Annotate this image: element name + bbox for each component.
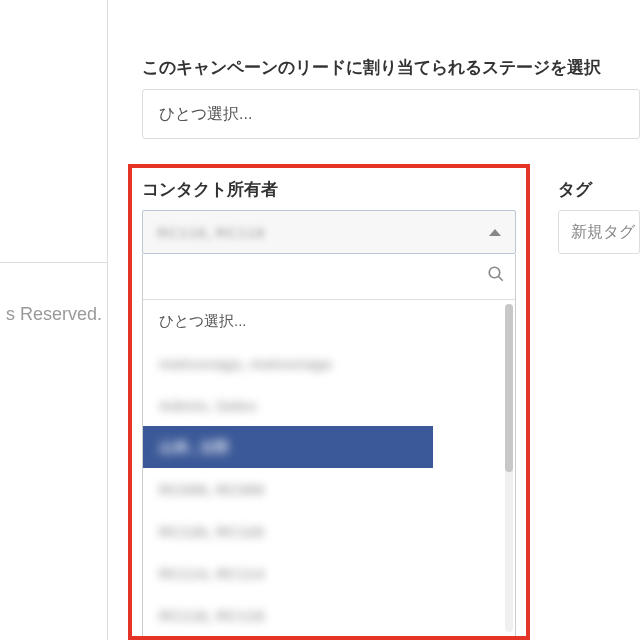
divider xyxy=(0,262,108,263)
dropdown-option[interactable]: matsunaga, matsunaga xyxy=(143,342,503,384)
dropdown-option[interactable]: Admin, Sales xyxy=(143,384,503,426)
contact-owner-select[interactable]: RC118, RC118 xyxy=(142,210,516,254)
contact-owner-label: コンタクト所有者 xyxy=(142,178,278,201)
footer-text: s Reserved. xyxy=(0,304,108,325)
dropdown-list-wrap: ひとつ選択...matsunaga, matsunagaAdmin, Sales… xyxy=(143,300,515,636)
dropdown-option[interactable]: RC099, RC099 xyxy=(143,468,503,510)
dropdown-search-input[interactable] xyxy=(153,262,481,292)
contact-owner-dropdown: ひとつ選択...matsunaga, matsunagaAdmin, Sales… xyxy=(142,254,516,636)
dropdown-option-label: ひとつ選択... xyxy=(159,312,247,331)
dropdown-list: ひとつ選択...matsunaga, matsunagaAdmin, Sales… xyxy=(143,300,503,636)
dropdown-option[interactable]: ひとつ選択... xyxy=(143,300,503,342)
scrollbar-thumb[interactable] xyxy=(505,304,513,472)
dropdown-option[interactable]: 山本, 太郎 xyxy=(143,426,433,468)
dropdown-option-label: RC099, RC099 xyxy=(159,481,264,498)
dropdown-option-label: RC126, RC126 xyxy=(159,523,264,540)
dropdown-option-label: Admin, Sales xyxy=(159,397,257,414)
tags-input[interactable]: 新規タグ xyxy=(558,210,640,254)
dropdown-option-label: RC114, RC114 xyxy=(159,565,264,582)
stage-select-label: このキャンペーンのリードに割り当てられるステージを選択 xyxy=(142,56,601,79)
dropdown-option[interactable]: RC118, RC118 xyxy=(143,594,503,636)
contact-owner-selected-value: RC118, RC118 xyxy=(157,224,265,241)
scrollbar[interactable] xyxy=(505,304,513,632)
dropdown-option-label: 山本, 太郎 xyxy=(159,438,229,457)
dropdown-search-row xyxy=(143,254,515,300)
stage-select[interactable]: ひとつ選択... xyxy=(142,89,640,139)
dropdown-option[interactable]: RC126, RC126 xyxy=(143,510,503,552)
search-icon[interactable] xyxy=(487,265,505,288)
dropdown-option-label: matsunaga, matsunaga xyxy=(159,355,332,372)
caret-up-icon xyxy=(489,229,501,236)
tags-label: タグ xyxy=(558,178,592,201)
dropdown-option-label: RC118, RC118 xyxy=(159,607,264,624)
tags-placeholder: 新規タグ xyxy=(571,222,635,243)
svg-line-1 xyxy=(498,276,503,281)
svg-point-0 xyxy=(489,267,500,278)
dropdown-option[interactable]: RC114, RC114 xyxy=(143,552,503,594)
stage-select-value: ひとつ選択... xyxy=(159,104,252,125)
